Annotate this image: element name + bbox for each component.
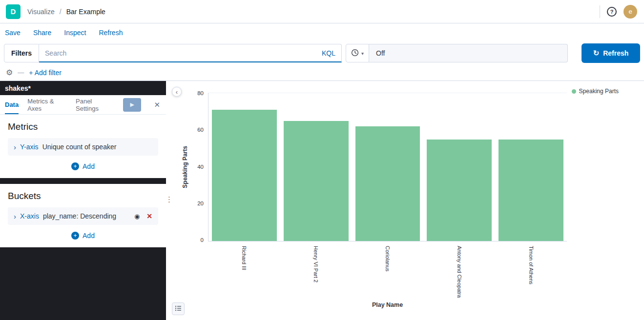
buckets-title: Buckets: [8, 191, 158, 201]
inspect-button[interactable]: Inspect: [64, 29, 86, 37]
add-metric-button[interactable]: + Add: [71, 162, 95, 170]
breadcrumb-section[interactable]: Visualize: [27, 8, 55, 16]
app-logo[interactable]: D: [6, 4, 21, 19]
y-axis-ticks: 806040200: [189, 90, 208, 243]
add-bucket-label: Add: [83, 232, 95, 240]
tab-metrics-axes[interactable]: Metrics & Axes: [27, 95, 67, 114]
kql-toggle[interactable]: KQL: [322, 49, 335, 57]
x-label-slot: Richard III: [208, 243, 280, 300]
topbar-divider: [600, 5, 600, 18]
y-tick-label: 0: [201, 237, 204, 243]
y-axis-title: Speaking Parts: [182, 146, 188, 188]
breadcrumb-page: Bar Example: [66, 8, 105, 16]
bar-slot: [495, 93, 567, 241]
query-group: Filters KQL: [4, 44, 342, 62]
topbar-right: ? e: [600, 5, 637, 19]
bar-4[interactable]: [499, 140, 563, 241]
bucket-agg-desc: play_name: Descending: [43, 212, 116, 220]
refresh-button-label: Refresh: [603, 49, 628, 57]
breadcrumb: Visualize / Bar Example: [27, 8, 105, 16]
x-label-slot: Antony and Cleopatra: [423, 243, 495, 300]
bar-0[interactable]: [212, 110, 277, 241]
time-picker-button[interactable]: ▾: [346, 44, 369, 62]
legend-toggle-button[interactable]: [172, 302, 185, 315]
close-icon[interactable]: ✕: [150, 100, 164, 109]
bar-1[interactable]: [284, 121, 349, 241]
tab-panel-settings[interactable]: Panel Settings: [76, 95, 114, 114]
x-tick-label: Richard III: [241, 246, 247, 300]
y-tick-label: 40: [197, 164, 204, 170]
list-icon: [175, 305, 182, 313]
filters-button[interactable]: Filters: [4, 44, 39, 62]
editor-tabs: Data Metrics & Axes Panel Settings ▶ ✕: [0, 95, 166, 115]
y-tick-label: 80: [197, 90, 204, 96]
x-axis-title: Play Name: [208, 301, 567, 308]
metrics-add-row: + Add: [8, 162, 158, 170]
vis-editor-sidebar: shakes* Data Metrics & Axes Panel Settin…: [0, 81, 166, 320]
bucket-agg-actions: ◉ ✕: [134, 212, 152, 220]
x-tick-label: Coriolanus: [385, 246, 391, 300]
add-bucket-button[interactable]: + Add: [71, 232, 95, 240]
save-button[interactable]: Save: [5, 29, 21, 37]
x-label-slot: Coriolanus: [352, 243, 423, 300]
action-toolbar: Save Share Inspect Refresh: [0, 23, 644, 42]
search-input[interactable]: [45, 49, 318, 57]
metrics-title: Metrics: [8, 121, 158, 132]
refresh-link[interactable]: Refresh: [99, 29, 123, 37]
avatar-initial: e: [628, 8, 632, 15]
x-tick-label: Henry VI Part 2: [313, 246, 319, 300]
x-label-slot: Henry VI Part 2: [280, 243, 352, 300]
eye-toggle-icon[interactable]: ◉: [134, 213, 140, 220]
legend-dot: [572, 89, 576, 94]
share-button[interactable]: Share: [33, 29, 51, 37]
query-bar: Filters KQL ▾ Off ↻ Refresh: [0, 42, 644, 64]
refresh-interval-value[interactable]: Off: [369, 44, 568, 62]
y-tick-label: 60: [197, 127, 204, 133]
add-filter-row: ⚙ — + Add filter: [0, 64, 644, 81]
clock-icon: [351, 49, 359, 58]
resize-handle-icon[interactable]: ⋮: [166, 195, 173, 204]
logo-letter: D: [11, 7, 16, 16]
bar-slot: [423, 93, 495, 241]
bar-2[interactable]: [355, 126, 420, 241]
legend-label: Speaking Parts: [579, 88, 619, 95]
apply-changes-button[interactable]: ▶: [123, 98, 142, 112]
x-axis-labels: Richard IIIHenry VI Part 2CoriolanusAnto…: [208, 243, 567, 300]
avatar[interactable]: e: [623, 5, 637, 19]
help-icon[interactable]: ?: [607, 7, 617, 17]
x-tick-label: Antony and Cleopatra: [457, 246, 462, 300]
sidebar-gap: [0, 178, 166, 184]
buckets-add-row: + Add: [8, 232, 158, 240]
y-tick-label: 20: [197, 200, 204, 206]
search-box[interactable]: KQL: [39, 44, 342, 62]
bar-slot: [352, 93, 424, 241]
gear-icon[interactable]: ⚙: [6, 68, 13, 77]
chevron-right-icon: ›: [14, 212, 16, 220]
remove-bucket-icon[interactable]: ✕: [146, 212, 152, 220]
tab-data[interactable]: Data: [5, 95, 19, 114]
bucket-agg-row[interactable]: › X-axis play_name: Descending ◉ ✕: [8, 207, 158, 225]
top-bar: D Visualize / Bar Example ? e: [0, 0, 644, 23]
bar-3[interactable]: [427, 140, 492, 241]
bar-slot: [208, 93, 280, 241]
plus-icon: +: [71, 232, 79, 240]
bar-slot: [280, 93, 352, 241]
collapse-sidebar-button[interactable]: ‹: [172, 87, 182, 97]
x-tick-label: Timon of Athens: [528, 246, 534, 300]
y-axis-title-col: Speaking Parts: [181, 93, 189, 241]
x-label-slot: Timon of Athens: [495, 243, 567, 300]
metric-agg-row[interactable]: › Y-axis Unique count of speaker: [8, 138, 158, 156]
chart-legend[interactable]: Speaking Parts: [572, 88, 619, 95]
chart-panel: Speaking Parts Speaking Parts 806040200 …: [166, 81, 644, 320]
buckets-card: Buckets › X-axis play_name: Descending ◉…: [0, 184, 166, 247]
add-metric-label: Add: [83, 162, 95, 170]
x-axis-spacer: [181, 243, 208, 300]
refresh-button[interactable]: ↻ Refresh: [582, 43, 640, 63]
add-filter-link[interactable]: + Add filter: [29, 69, 62, 77]
metric-agg-desc: Unique count of speaker: [42, 143, 117, 151]
time-picker: ▾ Off: [346, 44, 568, 62]
chart-body: Speaking Parts 806040200: [181, 93, 636, 243]
chevron-right-icon: ›: [14, 143, 16, 151]
x-axis-title-row: Play Name: [181, 300, 636, 308]
metric-agg-label: Y-axis: [20, 143, 39, 151]
